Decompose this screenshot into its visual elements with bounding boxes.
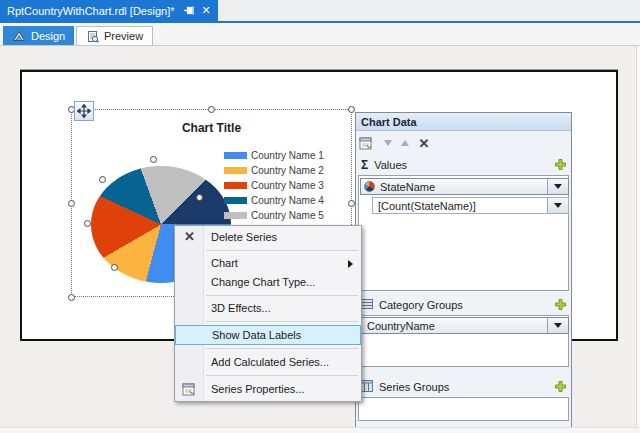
legend-swatch [224, 167, 247, 174]
value-field-dropdown[interactable] [547, 179, 568, 194]
legend-item: Country Name 4 [224, 193, 324, 208]
series-groups-list[interactable] [358, 397, 569, 421]
menu-item-change-chart-type[interactable]: Change Chart Type... [175, 273, 361, 292]
category-group-name: CountryName [361, 320, 547, 332]
close-icon[interactable]: ✕ [202, 5, 211, 16]
legend-swatch [224, 197, 247, 204]
values-section-label: Values [374, 159, 407, 171]
values-list[interactable]: StateName [Count(StateName)] [358, 175, 569, 291]
legend-swatch [224, 182, 247, 189]
menu-separator [206, 348, 358, 349]
series-handle[interactable] [150, 156, 157, 163]
move-handle[interactable] [74, 101, 94, 121]
series-handle[interactable] [111, 264, 118, 271]
legend-item: Country Name 5 [224, 208, 324, 223]
legend-label: Country Name 2 [251, 165, 324, 176]
value-expression-combo[interactable]: [Count(StateName)] [372, 197, 569, 214]
tab-design-label: Design [31, 30, 65, 42]
legend-item: Country Name 3 [224, 178, 324, 193]
selection-handle-middle-right[interactable] [348, 200, 355, 207]
legend-label: Country Name 3 [251, 180, 324, 191]
document-tab[interactable]: RptCountryWithChart.rdl [Design]* ✕ [0, 0, 218, 21]
series-handle[interactable] [84, 220, 91, 227]
menu-item-delete-series[interactable]: ✕ Delete Series [175, 227, 361, 247]
category-groups-label: Category Groups [379, 299, 463, 311]
value-expression-text: [Count(StateName)] [373, 200, 547, 212]
sigma-icon: Σ [361, 158, 368, 172]
pin-icon[interactable] [183, 5, 194, 16]
properties-button[interactable] [358, 135, 374, 151]
selection-handle-middle-left[interactable] [68, 200, 75, 207]
menu-separator [206, 375, 358, 376]
series-groups-label: Series Groups [379, 381, 449, 393]
design-ruler-icon [12, 30, 26, 42]
value-field-name: StateName [380, 181, 547, 193]
document-tab-label: RptCountryWithChart.rdl [Design]* [7, 5, 175, 17]
add-series-group-button[interactable] [554, 380, 567, 395]
menu-separator [206, 250, 358, 251]
view-tab-bar: Design Preview [0, 23, 640, 46]
pie-field-icon [364, 181, 375, 192]
bottom-edge-strip [0, 427, 640, 433]
menu-item-3d-effects[interactable]: 3D Effects... [175, 299, 361, 318]
tab-design[interactable]: Design [3, 26, 74, 45]
legend-item: Country Name 1 [224, 148, 324, 163]
selection-handle-top-right[interactable] [348, 106, 355, 113]
design-surface[interactable]: Chart Title Country Name 1Country Name 2… [0, 46, 640, 433]
legend-item: Country Name 2 [224, 163, 324, 178]
context-menu: ✕ Delete Series Chart Change Chart Type.… [174, 225, 362, 402]
chart-title[interactable]: Chart Title [72, 121, 351, 135]
value-field-combo[interactable]: StateName [360, 178, 569, 195]
menu-item-chart[interactable]: Chart [175, 254, 361, 273]
report-designer-window: RptCountryWithChart.rdl [Design]* ✕ Desi… [0, 0, 640, 433]
category-groups-section-header: Category Groups [356, 295, 571, 315]
legend-label: Country Name 1 [251, 150, 324, 161]
category-group-dropdown[interactable] [547, 318, 568, 333]
menu-item-show-data-labels[interactable]: Show Data Labels [175, 325, 361, 345]
move-up-button[interactable] [397, 135, 413, 151]
selection-handle-top-center[interactable] [208, 106, 215, 113]
menu-separator [206, 295, 358, 296]
tab-preview[interactable]: Preview [76, 26, 153, 45]
menu-separator [206, 321, 358, 322]
series-handle[interactable] [99, 176, 106, 183]
category-group-combo[interactable]: CountryName [360, 317, 569, 334]
legend-swatch [224, 152, 247, 159]
category-groups-list[interactable]: CountryName [358, 315, 569, 367]
submenu-arrow-icon [348, 260, 353, 268]
legend-label: Country Name 4 [251, 195, 324, 206]
values-section-header: Σ Values [356, 155, 571, 175]
value-expression-dropdown[interactable] [547, 198, 568, 213]
tab-preview-label: Preview [104, 30, 143, 42]
document-tab-bar: RptCountryWithChart.rdl [Design]* ✕ [0, 0, 640, 21]
chart-data-toolbar: ✕ [356, 131, 571, 155]
delete-icon: ✕ [184, 227, 195, 247]
menu-item-add-calculated-series[interactable]: Add Calculated Series... [175, 352, 361, 372]
add-value-button[interactable] [554, 158, 567, 173]
legend-swatch [224, 212, 247, 219]
chart-data-pane-title: Chart Data [356, 113, 571, 131]
series-groups-section-header: Series Groups [356, 377, 571, 397]
delete-button[interactable]: ✕ [416, 135, 432, 151]
menu-item-series-properties[interactable]: Series Properties... [175, 379, 361, 399]
add-category-group-button[interactable] [554, 298, 567, 313]
move-down-button[interactable] [380, 135, 396, 151]
selection-handle-bottom-left[interactable] [68, 294, 75, 301]
series-handle[interactable] [196, 194, 203, 201]
chart-data-pane: Chart Data ✕ Σ Values StateName [355, 112, 572, 433]
preview-report-icon [86, 30, 99, 43]
legend-label: Country Name 5 [251, 210, 324, 221]
properties-icon [182, 382, 196, 402]
